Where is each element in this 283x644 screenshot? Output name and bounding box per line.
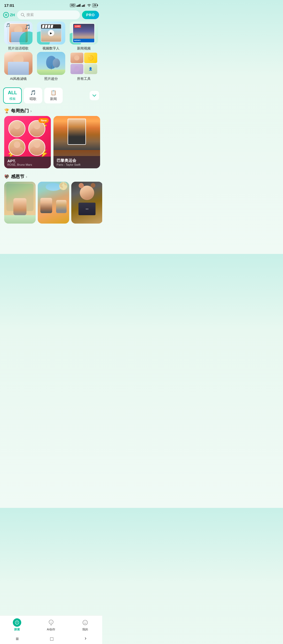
feature-label-all-tools: 所有工具 <box>77 76 91 81</box>
balloon-scene <box>37 52 65 75</box>
thanksgiving-emoji: 🦃 <box>4 174 9 179</box>
battery-level: 29 <box>92 3 97 7</box>
card-apt[interactable]: ⚡ ⚡ ⚡ ⚡ New APT. ROSÉ, Bruno Mars <box>4 116 51 168</box>
tab-news[interactable]: 📋 新闻 <box>44 88 63 103</box>
apt-card-subtitle: ROSÉ, Bruno Mars <box>7 163 48 166</box>
news-banner: NEWS <box>73 39 94 42</box>
search-bar[interactable]: 搜索 <box>17 10 80 19</box>
apt-card-info: APT. ROSÉ, Bruno Mars <box>4 157 51 168</box>
svg-rect-6 <box>84 4 85 7</box>
feature-thumb-video: ▶ <box>37 21 65 45</box>
feature-label-ai-filter: AI风格滤镜 <box>10 76 27 81</box>
new-badge: New <box>39 118 49 123</box>
thanks-card-1-bg <box>4 182 36 224</box>
svg-rect-4 <box>82 5 83 7</box>
battery-indicator: 29 <box>92 3 98 7</box>
weekly-hot-header[interactable]: 🏆 每周热门 › <box>0 106 102 116</box>
svg-rect-0 <box>77 5 77 7</box>
apt-face-4 <box>28 139 45 156</box>
thanksgiving-cards-scroll[interactable]: 🌕 👓 <box>0 182 102 228</box>
feature-photo-enhance[interactable]: 照片超分 <box>37 52 66 81</box>
paris-scene <box>53 116 100 150</box>
weekly-emoji: 🏆 <box>4 108 9 113</box>
feature-label-news: 新闻视频 <box>77 46 91 51</box>
feature-all-tools[interactable]: 🟡 👤 所有工具 <box>69 52 98 81</box>
hd-badge: HD <box>70 4 75 7</box>
thanksgiving-header[interactable]: 🦃 感恩节 › <box>0 171 102 182</box>
svg-rect-7 <box>85 4 86 7</box>
news-live-badge: LIVE <box>74 25 81 28</box>
status-bar: 17:01 HD 29 <box>0 0 102 9</box>
tool-cell-2: 🟡 <box>84 53 97 63</box>
singing-icon: 🎵 <box>30 90 36 96</box>
paris-person-img <box>68 119 85 144</box>
search-icon <box>21 13 25 17</box>
signal-icon <box>77 4 81 7</box>
thanks-card-2-bg: 🌕 <box>38 182 69 224</box>
signal2-icon <box>82 4 86 7</box>
feature-label-photo-talk: 照片说话唱歌 <box>8 46 29 51</box>
svg-rect-5 <box>83 5 84 7</box>
paris-card-info: 巴黎奥运会 Paris - Taylor Swift <box>53 156 100 168</box>
card-paris[interactable]: 巴黎奥运会 Paris - Taylor Swift <box>53 116 100 168</box>
feature-news-video[interactable]: LIVE NEWS 新闻视频 <box>69 21 98 51</box>
feature-thumb-ai-filter <box>4 52 32 75</box>
feature-thumb-all-tools: 🟡 👤 <box>70 52 98 75</box>
feature-label-video: 视频数字人 <box>42 46 59 51</box>
weekly-cards-scroll[interactable]: ⚡ ⚡ ⚡ ⚡ New APT. ROSÉ, Bruno Mars <box>0 116 102 171</box>
wifi-icon <box>87 4 91 7</box>
card-paris-bg: 巴黎奥运会 Paris - Taylor Swift <box>53 116 100 168</box>
thanks-card-2[interactable]: 🌕 <box>38 182 69 224</box>
svg-line-9 <box>23 16 25 17</box>
tab-singing[interactable]: 🎵 唱歌 <box>24 88 42 103</box>
category-tabs: ALL 模板 🎵 唱歌 📋 新闻 <box>0 84 102 106</box>
tab-all-sub: 模板 <box>9 97 16 101</box>
feature-ai-filter[interactable]: AI风格滤镜 <box>4 52 33 81</box>
tab-all-main: ALL <box>8 90 17 96</box>
chevron-down-icon <box>92 95 96 97</box>
news-screen: LIVE NEWS <box>73 23 95 43</box>
svg-rect-3 <box>80 4 80 7</box>
thanksgiving-arrow: › <box>26 175 27 179</box>
apt-face-3 <box>8 139 25 156</box>
feature-thumb-photo-enhance <box>37 52 65 75</box>
globe-icon <box>3 12 9 18</box>
features-row-1: 🎵 🎵 照片说话唱歌 ▶ <box>0 21 102 51</box>
paris-photo-frame <box>68 119 86 145</box>
music-note-icon: 🎵 <box>25 24 30 30</box>
clapboard-top <box>41 24 61 29</box>
tools-grid: 🟡 👤 <box>70 53 97 74</box>
app-header: ZH 搜索 PRO <box>0 9 102 21</box>
news-tab-icon: 📋 <box>51 90 56 96</box>
pro-button[interactable]: PRO <box>82 11 99 19</box>
thanks-card-3-bg: 👓 <box>71 182 102 224</box>
search-placeholder: 搜索 <box>26 13 34 17</box>
tab-expand-button[interactable] <box>90 91 99 100</box>
status-time: 17:01 <box>4 3 14 8</box>
features-row-2: AI风格滤镜 照片超分 <box>0 52 102 81</box>
play-button-overlay: ▶ <box>48 30 54 36</box>
svg-rect-1 <box>78 5 78 7</box>
clapboard: ▶ <box>41 24 62 42</box>
paris-card-subtitle: Paris - Taylor Swift <box>57 163 97 166</box>
feature-thumb-photo-talk: 🎵 🎵 <box>4 21 32 45</box>
svg-rect-2 <box>79 4 79 7</box>
thanks-card-3[interactable]: 👓 <box>71 182 102 224</box>
tool-cell-3 <box>70 64 84 74</box>
tab-all[interactable]: ALL 模板 <box>3 87 22 104</box>
language-button[interactable]: ZH <box>3 12 15 18</box>
lang-code: ZH <box>10 13 15 17</box>
battery-tip <box>97 4 98 6</box>
paris-card-title: 巴黎奥运会 <box>57 158 97 163</box>
thanks-card-1[interactable] <box>4 182 36 224</box>
news-banner-text: NEWS <box>74 40 81 41</box>
feature-video-digital[interactable]: ▶ 视频数字人 <box>37 21 66 51</box>
apt-card-title: APT. <box>7 159 48 163</box>
weekly-title: 每周热门 <box>11 108 29 114</box>
feature-photo-talk[interactable]: 🎵 🎵 照片说话唱歌 <box>4 21 33 51</box>
feature-thumb-news: LIVE NEWS <box>70 21 98 45</box>
ai-filter-bg <box>4 52 32 75</box>
tool-cell-4: 👤 <box>84 64 97 74</box>
tool-cell-1 <box>70 53 84 63</box>
music-note2-icon: 🎵 <box>6 23 10 27</box>
